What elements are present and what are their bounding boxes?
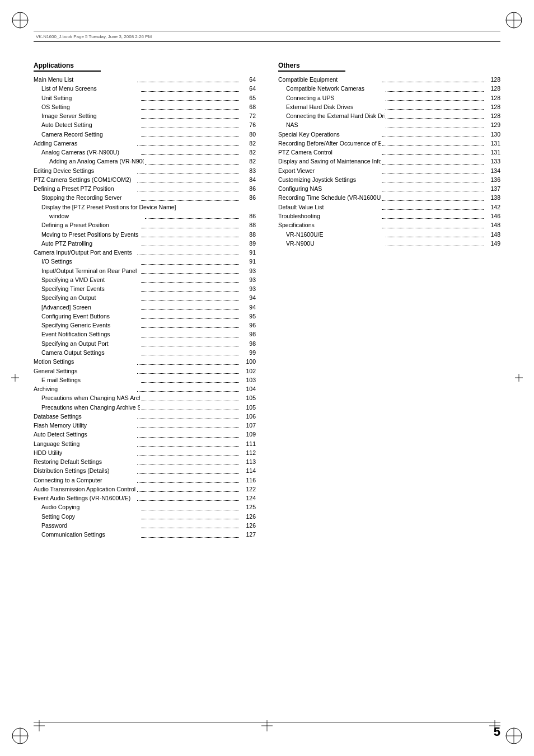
toc-entry: Display the [PTZ Preset Positions for De… [34,203,256,212]
toc-entry-title: Configuring Event Buttons [34,312,140,321]
toc-entry-dots [137,494,240,501]
toc-entry-dots [141,102,240,110]
toc-entry-title: Camera Input/Output Port and Events [34,248,136,257]
header-text: VK-N1600_J.book Page 5 Tuesday, June 3, … [34,34,154,39]
toc-entry: window86 [34,212,256,220]
toc-entry-dots [141,521,240,528]
header-bar: VK-N1600_J.book Page 5 Tuesday, June 3, … [34,31,500,42]
toc-entry-page: 95 [240,312,256,321]
toc-entry-title: Adding an Analog Camera (VR-N900U) [34,157,144,166]
toc-entry-dots [141,130,240,137]
toc-entry-page: 124 [240,494,256,503]
toc-entry-title: Specifying a VMD Event [34,275,140,284]
toc-entry-page: 98 [240,339,256,348]
toc-entry-page: 133 [485,157,500,166]
toc-entry: Image Server Setting72 [34,111,256,120]
toc-entry-page: 86 [240,193,256,202]
toc-entry-page: 99 [240,348,256,357]
toc-entry-title: OS Setting [34,102,140,111]
toc-entry-dots [382,130,484,137]
toc-entry-page: 127 [240,530,256,539]
toc-entry-dots [141,330,240,337]
toc-entry-dots [141,321,240,328]
toc-entry-dots [137,248,240,255]
toc-entry-page: 76 [240,120,256,129]
toc-entry-dots [137,457,240,464]
toc-entry-dots [137,421,240,428]
toc-entry-dots [141,148,240,155]
toc-entry: List of Menu Screens64 [34,84,256,93]
toc-entry-dots [137,476,240,483]
toc-entry: Special Key Operations130 [278,130,500,139]
toc-entry: Event Notification Settings98 [34,330,256,339]
toc-entry: Language Setting111 [34,439,256,448]
left-column: Applications Main Menu List64List of Men… [34,62,256,539]
toc-entry-page: 100 [240,357,256,366]
toc-entry-page: 116 [240,476,256,485]
toc-entry: Defining a Preset Position88 [34,220,256,229]
toc-entry-dots [137,184,240,191]
toc-entry-title: Distribution Settings (Details) [34,466,136,475]
left-cross-mid [11,374,19,383]
toc-entry-page: 64 [240,75,256,84]
toc-entry-page: 80 [240,130,256,139]
toc-entry: PTZ Camera Settings (COM1/COM2)84 [34,175,256,184]
toc-entry-title: Setting Copy [34,512,140,521]
toc-entry-title: Language Setting [34,439,136,448]
toc-entry-title: Restoring Default Settings [34,457,136,466]
toc-entry-dots [141,503,240,510]
toc-entry-title: [Advanced] Screen [34,303,140,312]
toc-entry-page: 65 [240,93,256,102]
toc-entry: Setting Copy126 [34,512,256,521]
toc-entry: Password126 [34,521,256,530]
toc-entry-title: Defining a Preset Position [34,220,140,229]
toc-entry: Configuring NAS137 [278,184,500,193]
toc-entry: Flash Memory Utility107 [34,421,256,430]
right-section-title: Others [278,62,345,72]
toc-entry-title: Precautions when Changing NAS Archive Se… [34,393,140,402]
toc-entry-page: 83 [240,166,256,175]
toc-entry-dots [141,84,240,91]
toc-entry-dots [141,111,240,119]
toc-entry-title: PTZ Camera Settings (COM1/COM2) [34,175,136,184]
toc-entry: Unit Setting65 [34,93,256,102]
toc-entry: Auto Detect Setting76 [34,120,256,129]
toc-entry-title: Connecting the External Hard Disk Drive [278,111,385,120]
toc-entry-dots [141,393,240,401]
toc-entry-page: 104 [240,384,256,393]
toc-entry: HDD Utility112 [34,448,256,457]
toc-entry-title: Specifying an Output Port [34,339,140,348]
toc-entry-dots [137,430,240,437]
toc-entry-title: I/O Settings [34,257,140,266]
toc-entry-dots [141,530,240,537]
toc-entry: General Settings102 [34,367,256,375]
toc-entry-page: 106 [240,412,256,421]
toc-entry-title: Audio Copying [34,503,140,511]
toc-entry-title: Input/Output Terminal on Rear Panel [34,266,140,275]
toc-entry-page: 86 [240,184,256,193]
corner-decoration-br [504,726,524,746]
toc-entry-dots [141,312,240,319]
toc-entry-page: 130 [485,130,500,139]
toc-entry-page: 91 [240,248,256,257]
toc-entry: Motion Settings100 [34,357,256,366]
right-column: Others Compatible Equipment128Compatible… [278,62,500,539]
toc-entry-title: Recording Before/After Occurrence of Eve… [278,139,381,148]
toc-entry-dots [382,184,484,191]
toc-entry-page: 94 [240,303,256,312]
toc-entry-page: 103 [240,375,256,384]
toc-entry-dots [382,157,484,164]
toc-entry-dots [141,239,240,246]
toc-entry-page: 128 [485,75,500,84]
toc-entry-title: Default Value List [278,203,381,212]
toc-entry-dots [141,284,240,292]
toc-entry-dots [141,120,240,128]
toc-entry-page: 128 [485,111,500,120]
toc-entry: OS Setting68 [34,102,256,111]
toc-entry-page: 126 [240,512,256,521]
toc-entry-dots [382,220,484,228]
toc-entry-page: 89 [240,239,256,248]
toc-entry-page: 102 [240,367,256,375]
bottom-cross-center [261,720,273,732]
toc-entry-title: Display and Saving of Maintenance Inform… [278,157,381,166]
